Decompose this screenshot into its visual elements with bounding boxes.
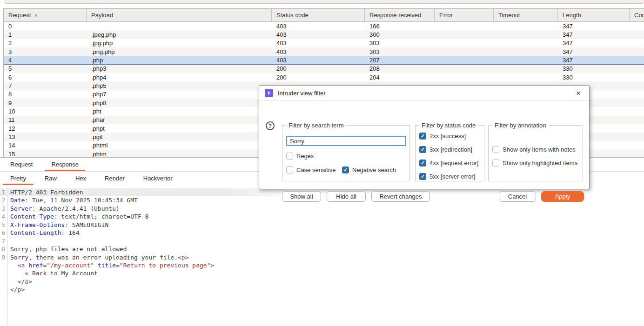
- cell-response_received: 207: [365, 57, 435, 64]
- cell-status: 403: [272, 57, 365, 64]
- table-row[interactable]: 0403166347: [4, 22, 644, 30]
- tab-request[interactable]: Request: [1, 158, 42, 171]
- editor-line: 8Sorry, php files are not allowed: [0, 245, 644, 253]
- editor-line: 7: [0, 237, 644, 245]
- column-header-request[interactable]: Request∧: [4, 9, 87, 21]
- filter-by-search-term-group: Filter by search term RegexCase sensitiv…: [282, 125, 410, 181]
- column-header-timeout[interactable]: Timeout: [494, 9, 558, 21]
- table-row[interactable]: 1.jpeg.php403300347: [4, 30, 644, 39]
- checkbox-negative-search[interactable]: ✓Negative search: [342, 166, 396, 173]
- help-icon[interactable]: ?: [266, 121, 275, 130]
- column-header-response-received[interactable]: Response received: [365, 9, 435, 21]
- cell-status: 200: [272, 74, 365, 81]
- cell-payload: .pht: [87, 108, 272, 115]
- checked-checkbox-icon: ✓: [419, 133, 426, 140]
- cell-request: 10: [4, 108, 87, 115]
- close-icon[interactable]: ×: [573, 88, 584, 98]
- line-number: 1: [0, 189, 5, 197]
- response-editor[interactable]: 1HTTP/2 403 Forbidden2Date: Tue, 11 Nov …: [0, 185, 644, 326]
- editor-line: <a href="/my-account" title="Return to p…: [0, 261, 644, 269]
- checkbox-5xx-server-error-[interactable]: ✓5xx [server error]: [419, 173, 475, 180]
- cell-request: 9: [4, 100, 87, 106]
- line-number: 8: [0, 246, 5, 253]
- checkbox-3xx-redirection-[interactable]: ✓3xx [redirection]: [419, 146, 472, 153]
- unchecked-checkbox-icon: [286, 153, 293, 160]
- search-term-input[interactable]: [286, 136, 406, 146]
- cancel-button[interactable]: Cancel: [499, 191, 536, 202]
- cell-status: 200: [272, 65, 365, 72]
- revert-changes-button[interactable]: Revert changes: [371, 191, 430, 202]
- table-row[interactable]: 6.php4200204330: [4, 73, 644, 81]
- table-row[interactable]: 5.php3200208330: [4, 65, 644, 73]
- column-header-com[interactable]: Com: [630, 9, 644, 21]
- checked-checkbox-icon: ✓: [342, 166, 349, 173]
- table-row[interactable]: 3.png.php403303347: [4, 47, 644, 56]
- sort-asc-icon: ∧: [34, 13, 38, 18]
- cell-length: 347: [558, 31, 630, 38]
- cell-request: 8: [4, 91, 87, 98]
- checkbox-show-only-highlighted-items[interactable]: Show only highlighted items: [492, 160, 577, 166]
- checkbox-4xx-request-error-[interactable]: ✓4xx [request error]: [419, 160, 479, 166]
- cell-payload: .php4: [87, 74, 272, 81]
- editor-line: </a>: [0, 278, 644, 286]
- cell-length: 347: [558, 48, 630, 55]
- checkbox-label: Case sensitive: [296, 166, 336, 173]
- line-number: 9: [0, 254, 5, 262]
- cell-request: 1: [4, 31, 87, 38]
- cell-status: 403: [272, 48, 365, 55]
- editor-line: 9Sorry, there was an error uploading you…: [0, 253, 644, 261]
- editor-line: 6Content-Length: 164: [0, 229, 644, 237]
- group-label: Filter by status code: [419, 122, 478, 129]
- intruder-lightning-icon: [265, 89, 273, 97]
- view-tab-pretty[interactable]: Pretty: [1, 172, 35, 185]
- cell-request: 7: [4, 82, 87, 89]
- cell-response_received: 300: [365, 31, 435, 38]
- view-tab-render[interactable]: Render: [95, 172, 134, 185]
- column-header-payload[interactable]: Payload: [87, 9, 272, 21]
- cell-status: 403: [272, 23, 365, 30]
- checkbox-show-only-items-with-notes[interactable]: Show only items with notes: [492, 146, 576, 153]
- table-row[interactable]: 4.php403207347: [4, 56, 644, 64]
- dialog-title: Intruder view filter: [278, 90, 326, 97]
- cell-payload: .phtm: [87, 151, 272, 157]
- cell-request: 3: [4, 48, 87, 55]
- column-header-error[interactable]: Error: [435, 9, 494, 21]
- cell-payload: .php: [87, 57, 272, 64]
- cell-request: 12: [4, 125, 87, 132]
- checkbox-regex[interactable]: Regex: [286, 153, 314, 160]
- cell-request: 5: [4, 65, 87, 72]
- apply-button[interactable]: Apply: [541, 191, 584, 202]
- cell-response_received: 208: [365, 65, 435, 72]
- checkbox-case-sensitive[interactable]: Case sensitive: [286, 166, 336, 173]
- cell-response_received: 303: [365, 40, 435, 47]
- checkbox-label: Show only items with notes: [503, 146, 576, 153]
- table-row[interactable]: 2.jpg.php403303347: [4, 39, 644, 47]
- checkbox-label: Negative search: [352, 166, 396, 173]
- group-label: Filter by annotation: [492, 122, 549, 129]
- dialog-title-bar[interactable]: Intruder view filter ×: [259, 86, 589, 101]
- cell-payload: .png.php: [87, 48, 272, 55]
- checkbox-2xx-success-[interactable]: ✓2xx [success]: [419, 133, 466, 140]
- cell-request: 4: [4, 57, 87, 64]
- tab-response[interactable]: Response: [42, 158, 88, 171]
- cell-payload: .php3: [87, 65, 272, 72]
- filter-by-status-code-group: Filter by status code ✓2xx [success]✓3xx…: [415, 125, 484, 181]
- cell-request: 2: [4, 40, 87, 47]
- cell-request: 15: [4, 151, 87, 157]
- cell-length: 330: [558, 74, 630, 81]
- view-tab-raw[interactable]: Raw: [35, 172, 66, 185]
- line-number: 6: [0, 229, 5, 237]
- checkbox-label: Show only highlighted items: [503, 160, 577, 166]
- cell-request: 14: [4, 142, 87, 149]
- view-tab-hex[interactable]: Hex: [66, 172, 95, 185]
- cell-response_received: 204: [365, 74, 435, 81]
- cell-payload: .php8: [87, 100, 272, 106]
- cell-request: 11: [4, 116, 87, 123]
- cell-response_received: 303: [365, 48, 435, 55]
- view-tab-hackvertor[interactable]: Hackvertor: [134, 172, 182, 185]
- line-number: 2: [0, 197, 5, 205]
- column-header-status-code[interactable]: Status code: [272, 9, 365, 21]
- hide-all-button[interactable]: Hide all: [327, 191, 366, 202]
- column-header-length[interactable]: Length: [558, 9, 630, 21]
- show-all-button[interactable]: Show all: [282, 191, 321, 202]
